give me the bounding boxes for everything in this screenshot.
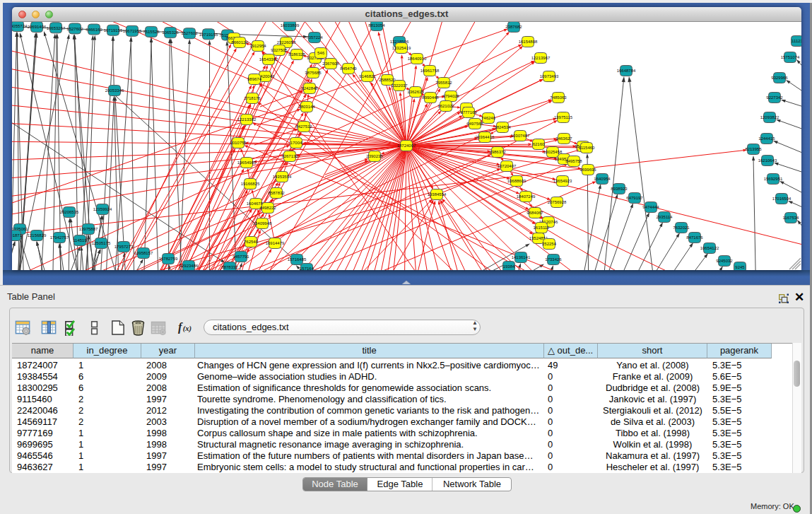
svg-text:9227342: 9227342 (766, 95, 783, 100)
svg-text:3875685: 3875685 (305, 71, 322, 75)
svg-text:1527602: 1527602 (181, 31, 198, 35)
svg-text:2803144: 2803144 (298, 105, 315, 109)
svg-text:7485063: 7485063 (550, 95, 567, 100)
svg-text:9146821: 9146821 (359, 74, 376, 78)
svg-text:8813054: 8813054 (368, 23, 385, 28)
svg-text:546: 546 (317, 51, 325, 55)
svg-text:16961758: 16961758 (420, 69, 440, 73)
svg-text:10958157: 10958157 (134, 251, 153, 255)
svg-text:14136141: 14136141 (512, 255, 531, 259)
svg-text:8213955: 8213955 (745, 147, 762, 151)
svg-text:8587832: 8587832 (268, 191, 285, 195)
svg-text:13654923: 13654923 (553, 179, 572, 183)
svg-text:10671955: 10671955 (123, 29, 142, 33)
svg-text:13975887: 13975887 (79, 227, 98, 231)
svg-text:20053346: 20053346 (105, 88, 124, 93)
svg-text:2718176: 2718176 (244, 96, 261, 100)
svg-text:20364416: 20364416 (476, 135, 495, 139)
svg-text:7955812: 7955812 (435, 81, 452, 85)
svg-text:8495758: 8495758 (565, 159, 582, 163)
svg-text:13975115: 13975115 (554, 115, 573, 119)
svg-text:12923486: 12923486 (180, 264, 199, 268)
svg-text:1527602: 1527602 (66, 27, 83, 31)
svg-text:10688609: 10688609 (507, 179, 526, 183)
svg-text:23226058: 23226058 (277, 40, 296, 45)
svg-text:12505175: 12505175 (92, 241, 111, 245)
svg-text:8471676: 8471676 (686, 235, 703, 240)
svg-text:12213382: 12213382 (237, 117, 257, 122)
svg-text:989674: 989674 (247, 77, 262, 81)
svg-text:16782759: 16782759 (159, 257, 178, 261)
svg-text:15716485: 15716485 (288, 257, 307, 262)
svg-text:1621022: 1621022 (437, 104, 454, 108)
svg-text:15751074: 15751074 (781, 55, 800, 59)
svg-text:18407249: 18407249 (517, 194, 536, 199)
svg-text:10720407: 10720407 (498, 164, 517, 168)
svg-text:1167534: 1167534 (783, 216, 800, 220)
svg-text:16154808: 16154808 (519, 40, 538, 44)
svg-text:6497568: 6497568 (466, 122, 483, 126)
svg-text:1322037: 1322037 (391, 83, 408, 88)
svg-text:10307487: 10307487 (511, 134, 530, 138)
svg-text:2390235: 2390235 (366, 154, 383, 158)
svg-text:11121: 11121 (792, 39, 801, 43)
svg-text:252254: 252254 (542, 242, 557, 246)
svg-text:8878332: 8878332 (221, 265, 238, 269)
svg-text:19166825: 19166825 (241, 182, 260, 186)
svg-text:9245032: 9245032 (716, 259, 733, 263)
svg-text:2986372: 2986372 (489, 150, 506, 154)
svg-text:6466160: 6466160 (86, 28, 102, 32)
svg-text:7357224: 7357224 (306, 35, 323, 40)
svg-text:17016504: 17016504 (772, 197, 792, 201)
svg-text:8427512: 8427512 (295, 124, 312, 129)
svg-text:14353594: 14353594 (273, 175, 292, 179)
svg-text:18724007: 18724007 (397, 144, 416, 148)
svg-text:1065326: 1065326 (162, 30, 179, 35)
svg-text:12213967: 12213967 (531, 56, 551, 60)
svg-text:9474444: 9474444 (642, 205, 659, 209)
svg-text:16210643: 16210643 (758, 158, 777, 163)
svg-text:16648784: 16648784 (617, 69, 636, 73)
svg-text:391871: 391871 (12, 233, 23, 238)
svg-text:9115460: 9115460 (579, 146, 596, 150)
svg-text:2935114: 2935114 (657, 215, 673, 219)
svg-text:7632021: 7632021 (673, 226, 690, 230)
svg-text:9463627: 9463627 (555, 136, 572, 141)
svg-text:12359924: 12359924 (93, 207, 112, 211)
svg-text:9777169: 9777169 (460, 110, 477, 115)
svg-text:(x): (x) (183, 325, 192, 333)
svg-text:8454749: 8454749 (340, 66, 357, 71)
svg-text:6479197: 6479197 (626, 196, 643, 200)
svg-text:9329966: 9329966 (771, 76, 788, 80)
svg-text:17957273: 17957273 (114, 245, 134, 249)
svg-text:1733426: 1733426 (545, 257, 562, 262)
svg-text:20756928: 20756928 (548, 200, 567, 204)
svg-text:19384: 19384 (503, 264, 515, 269)
svg-text:9242848: 9242848 (301, 86, 318, 90)
svg-text:16914479: 16914479 (266, 241, 285, 245)
svg-text:8186328: 8186328 (288, 52, 305, 57)
svg-text:8990448: 8990448 (422, 95, 439, 100)
svg-text:17004: 17004 (290, 141, 302, 145)
svg-text:2367608: 2367608 (322, 62, 339, 66)
svg-text:15409948: 15409948 (253, 221, 272, 226)
svg-text:9684067: 9684067 (526, 211, 543, 215)
svg-text:13325419: 13325419 (392, 46, 411, 50)
svg-text:746246: 746246 (481, 116, 496, 120)
svg-text:157164: 157164 (300, 267, 314, 270)
svg-text:9327505: 9327505 (271, 48, 288, 52)
svg-text:2387682: 2387682 (505, 25, 522, 29)
svg-text:8938923: 8938923 (611, 187, 628, 191)
svg-text:1615112: 1615112 (534, 226, 551, 230)
svg-text:10973493: 10973493 (540, 74, 559, 78)
svg-text:8660124: 8660124 (231, 40, 248, 45)
svg-text:10653267: 10653267 (47, 26, 66, 30)
svg-text:20691406: 20691406 (28, 25, 47, 29)
svg-text:6794028: 6794028 (442, 94, 459, 98)
svg-text:62160: 62160 (533, 142, 545, 146)
svg-text:16543362: 16543362 (259, 57, 278, 62)
svg-text:1010755: 1010755 (230, 141, 247, 145)
svg-text:3824534: 3824534 (494, 125, 511, 129)
svg-text:10654122: 10654122 (700, 246, 719, 250)
svg-text:762540: 762540 (244, 240, 259, 244)
